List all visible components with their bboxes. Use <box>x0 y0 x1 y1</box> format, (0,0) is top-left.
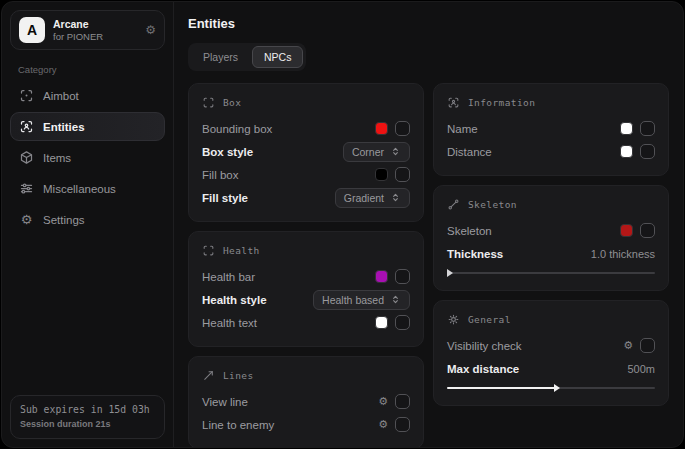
sidebar-item-settings[interactable]: ⚙ Settings <box>10 205 165 234</box>
setting-label: Bounding box <box>202 123 272 135</box>
health-text-checkbox[interactable] <box>395 315 410 330</box>
chevron-sort-icon <box>390 294 401 305</box>
tab-npcs[interactable]: NPCs <box>252 46 303 68</box>
line-to-enemy-row: Line to enemy ⚙ <box>202 413 410 436</box>
slider-handle[interactable] <box>447 269 453 277</box>
gear-icon[interactable]: ⚙ <box>378 395 388 408</box>
fill-box-checkbox[interactable] <box>395 167 410 182</box>
target-tabs: Players NPCs <box>188 43 306 71</box>
health-card: Health Health bar Health style Health ba… <box>188 231 424 347</box>
chevron-sort-icon <box>390 146 401 157</box>
sun-icon <box>447 313 460 326</box>
card-title: General <box>468 314 511 325</box>
setting-label: Skeleton <box>447 225 492 237</box>
gear-icon[interactable]: ⚙ <box>145 23 156 37</box>
setting-label: View line <box>202 396 248 408</box>
dropdown-value: Health based <box>322 294 384 306</box>
max-distance-slider[interactable] <box>447 383 655 393</box>
app-subtitle: for PIONER <box>53 31 137 43</box>
setting-label: Line to enemy <box>202 419 274 431</box>
card-title: Health <box>223 245 260 256</box>
dropdown-value: Corner <box>352 146 384 158</box>
fill-style-dropdown[interactable]: Gradient <box>335 188 410 208</box>
tab-players[interactable]: Players <box>191 46 250 68</box>
fill-style-row: Fill style Gradient <box>202 186 410 209</box>
gear-icon: ⚙ <box>19 212 34 227</box>
gear-icon[interactable]: ⚙ <box>623 339 633 352</box>
fill-box-row: Fill box <box>202 163 410 186</box>
color-swatch[interactable] <box>375 316 388 329</box>
sidebar-item-label: Miscellaneous <box>43 183 116 195</box>
box-style-row: Box style Corner <box>202 140 410 163</box>
crosshair-scan-icon <box>19 88 34 103</box>
skeleton-card: Skeleton Skeleton Thickness 1.0 thicknes… <box>433 185 669 291</box>
health-bar-checkbox[interactable] <box>395 269 410 284</box>
sidebar-item-items[interactable]: Items <box>10 143 165 172</box>
bone-icon <box>447 198 460 211</box>
sidebar-nav: Aimbot Entities Items Miscellaneous ⚙ Se… <box>10 81 165 234</box>
sub-expiry-text: Sub expires in 15d 03h <box>20 403 155 418</box>
color-swatch[interactable] <box>375 122 388 135</box>
dropdown-value: Gradient <box>344 192 384 204</box>
sidebar: A Arcane for PIONER ⚙ Category Aimbot En… <box>2 2 174 447</box>
thickness-slider[interactable] <box>447 268 655 278</box>
lines-card: Lines View line ⚙ Line to enemy ⚙ <box>188 356 424 447</box>
color-swatch[interactable] <box>620 145 633 158</box>
bounding-box-checkbox[interactable] <box>395 121 410 136</box>
thickness-value: 1.0 thickness <box>591 248 655 260</box>
sidebar-item-label: Settings <box>43 214 85 226</box>
distance-row: Distance <box>447 140 655 163</box>
chevron-sort-icon <box>390 192 401 203</box>
skeleton-checkbox[interactable] <box>640 223 655 238</box>
info-scan-icon <box>447 96 460 109</box>
setting-label: Distance <box>447 146 492 158</box>
color-swatch[interactable] <box>620 122 633 135</box>
setting-label: Max distance <box>447 363 519 375</box>
app-header-card: A Arcane for PIONER ⚙ <box>10 10 165 50</box>
main-content: Entities Players NPCs Box Bounding box <box>174 2 683 447</box>
health-style-dropdown[interactable]: Health based <box>313 290 410 310</box>
app-name: Arcane <box>53 18 137 31</box>
health-style-row: Health style Health based <box>202 288 410 311</box>
card-title: Lines <box>223 370 254 381</box>
color-swatch[interactable] <box>620 224 633 237</box>
color-swatch[interactable] <box>375 168 388 181</box>
page-title: Entities <box>188 16 669 31</box>
gear-icon[interactable]: ⚙ <box>378 418 388 431</box>
sidebar-item-label: Entities <box>43 121 85 133</box>
setting-label: Box style <box>202 146 253 158</box>
diagonal-line-icon <box>202 369 215 382</box>
sidebar-item-entities[interactable]: Entities <box>10 112 165 141</box>
entity-scan-icon <box>19 119 34 134</box>
name-checkbox[interactable] <box>640 121 655 136</box>
max-distance-value: 500m <box>627 363 655 375</box>
sidebar-item-miscellaneous[interactable]: Miscellaneous <box>10 174 165 203</box>
skeleton-row: Skeleton <box>447 219 655 242</box>
sidebar-item-label: Items <box>43 152 71 164</box>
setting-label: Thickness <box>447 248 503 260</box>
sidebar-item-label: Aimbot <box>43 90 79 102</box>
setting-label: Visibility check <box>447 340 522 352</box>
box-style-dropdown[interactable]: Corner <box>343 142 410 162</box>
cube-icon <box>19 150 34 165</box>
card-title: Box <box>223 97 241 108</box>
visibility-check-checkbox[interactable] <box>640 338 655 353</box>
max-distance-row: Max distance 500m <box>447 357 655 380</box>
color-swatch[interactable] <box>375 270 388 283</box>
sidebar-item-aimbot[interactable]: Aimbot <box>10 81 165 110</box>
line-to-enemy-checkbox[interactable] <box>395 417 410 432</box>
health-text-row: Health text <box>202 311 410 334</box>
setting-label: Fill style <box>202 192 248 204</box>
view-line-checkbox[interactable] <box>395 394 410 409</box>
box-card: Box Bounding box Box style Corner <box>188 83 424 222</box>
session-duration-text: Session duration 21s <box>20 418 155 432</box>
corner-brackets-icon <box>202 96 215 109</box>
sliders-icon <box>19 181 34 196</box>
setting-label: Health bar <box>202 271 255 283</box>
setting-label: Health text <box>202 317 257 329</box>
information-card: Information Name Distance <box>433 83 669 176</box>
card-title: Skeleton <box>468 199 517 210</box>
category-label: Category <box>18 64 165 75</box>
distance-checkbox[interactable] <box>640 144 655 159</box>
name-row: Name <box>447 117 655 140</box>
